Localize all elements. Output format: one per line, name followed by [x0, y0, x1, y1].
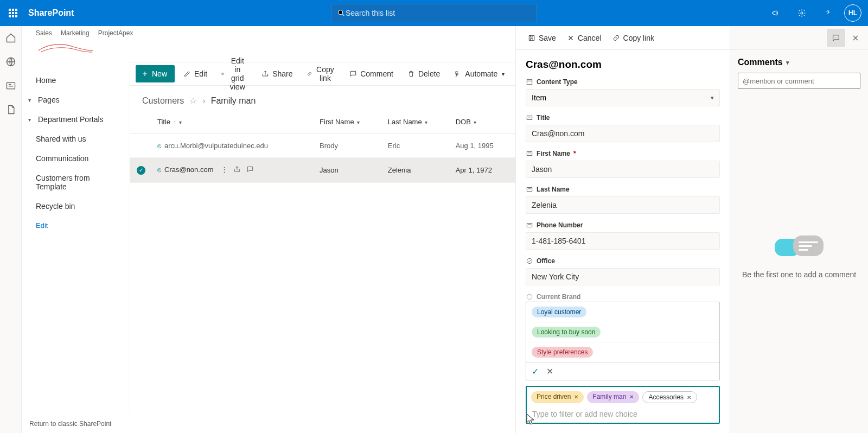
- nav-department-portals[interactable]: ▾Department Portals: [22, 110, 130, 129]
- close-panel-button[interactable]: [846, 29, 865, 47]
- chip-remove-icon[interactable]: ✕: [629, 394, 634, 400]
- grid-edit-button[interactable]: Edit in grid view: [216, 65, 253, 82]
- flow-icon: [454, 70, 462, 78]
- nav-customers-template[interactable]: Customers from Template: [22, 168, 130, 196]
- sort-asc-icon: ↑: [174, 119, 176, 125]
- tag-option[interactable]: Loyal customer: [526, 302, 719, 322]
- svg-rect-7: [527, 79, 532, 84]
- svg-rect-6: [529, 35, 534, 40]
- hub-tab-sales[interactable]: Sales: [36, 29, 52, 37]
- nav-shared[interactable]: Shared with us: [22, 129, 130, 149]
- table-row[interactable]: ⎋arcu.Morbi@vulputateduinec.edu Brody Er…: [130, 134, 515, 158]
- tag-filter-input[interactable]: [531, 407, 714, 421]
- breadcrumb: Customers ☆ › Family man: [130, 86, 515, 110]
- nav-recycle-bin[interactable]: Recycle bin: [22, 196, 130, 216]
- panel-copylink-button[interactable]: Copy link: [608, 29, 659, 47]
- chip-remove-icon[interactable]: ✕: [687, 394, 691, 400]
- nav-pages[interactable]: ▾Pages: [22, 90, 130, 110]
- trash-icon: [407, 70, 415, 78]
- col-dob[interactable]: DOB ▾: [450, 110, 515, 134]
- share-button[interactable]: Share: [256, 65, 298, 82]
- comment-input[interactable]: [738, 73, 860, 89]
- files-icon[interactable]: [5, 104, 16, 115]
- confirm-check-icon[interactable]: ✓: [532, 366, 539, 377]
- delete-button[interactable]: Delete: [402, 65, 445, 82]
- chip-remove-icon[interactable]: ✕: [574, 394, 578, 400]
- row-comment-icon[interactable]: [246, 165, 254, 175]
- chip[interactable]: Price driven✕: [531, 391, 584, 403]
- field-label-contenttype: Content Type: [526, 78, 720, 86]
- pencil-icon: [183, 70, 191, 78]
- hub-tab-projectapex[interactable]: ProjectApex: [98, 29, 133, 37]
- tag-option[interactable]: Looking to buy soon: [526, 322, 719, 342]
- nav-communication[interactable]: Communication: [22, 149, 130, 168]
- row-share-icon[interactable]: [233, 165, 241, 175]
- chevron-down-icon: ▾: [474, 119, 476, 125]
- office-input[interactable]: [526, 268, 720, 285]
- suite-bar: SharePoint HL: [0, 0, 868, 26]
- chevron-down-icon: ▾: [179, 119, 182, 125]
- user-avatar[interactable]: HL: [844, 4, 861, 22]
- svg-rect-11: [527, 224, 532, 227]
- comment-icon: [832, 34, 840, 42]
- svg-rect-9: [527, 152, 532, 156]
- tag-option[interactable]: Style preferences: [526, 342, 719, 362]
- megaphone-button[interactable]: [763, 0, 789, 26]
- row-more-icon[interactable]: ⋮: [221, 165, 228, 175]
- phone-input[interactable]: [526, 232, 720, 250]
- tags-input-box[interactable]: Price driven✕ Family man✕ Accessories✕: [526, 386, 720, 424]
- lastname-input[interactable]: [526, 196, 720, 214]
- item-icon: ⎋: [157, 142, 161, 150]
- title-input[interactable]: [526, 125, 720, 142]
- cell-last: Eric: [382, 134, 450, 158]
- return-classic-link[interactable]: Return to classic SharePoint: [22, 415, 130, 433]
- edit-button[interactable]: Edit: [178, 65, 213, 82]
- chip[interactable]: Family man✕: [587, 391, 639, 403]
- nav-edit-link[interactable]: Edit: [22, 216, 130, 235]
- panel-save-button[interactable]: Save: [524, 29, 560, 47]
- favorite-star-icon[interactable]: ☆: [189, 95, 197, 106]
- svg-point-13: [527, 294, 532, 299]
- firstname-input[interactable]: [526, 161, 720, 178]
- breadcrumb-root[interactable]: Customers: [142, 96, 184, 106]
- panel-cancel-button[interactable]: Cancel: [563, 29, 606, 47]
- megaphone-icon: [771, 9, 780, 17]
- automate-button[interactable]: Automate▾: [449, 65, 510, 82]
- globe-icon[interactable]: [5, 56, 16, 67]
- home-icon[interactable]: [5, 33, 16, 43]
- table-row[interactable]: ⎋Cras@non.com ⋮ Jason: [130, 158, 515, 183]
- chevron-down-icon[interactable]: ▾: [786, 59, 789, 66]
- save-icon: [528, 34, 535, 42]
- field-label-currentbrand: Current Brand: [526, 293, 720, 301]
- checkmark-icon[interactable]: [137, 166, 145, 175]
- speech-bubbles-icon: [775, 235, 824, 263]
- comment-button[interactable]: Comment: [344, 65, 399, 82]
- toggle-comments-button[interactable]: [827, 29, 845, 47]
- app-launcher-button[interactable]: [0, 0, 26, 26]
- search-box[interactable]: [331, 4, 537, 22]
- items-table: Title ↑ ▾ First Name ▾ Last Name ▾ DOB ▾…: [130, 110, 515, 183]
- new-button[interactable]: New: [136, 65, 175, 82]
- chip[interactable]: Accessories✕: [642, 391, 697, 403]
- col-firstname[interactable]: First Name ▾: [314, 110, 382, 134]
- nav-home[interactable]: Home: [22, 71, 130, 90]
- share-icon: [261, 70, 269, 78]
- panel-command-bar: Save Cancel Copy link: [516, 26, 730, 50]
- copylink-button[interactable]: Copy link: [302, 65, 341, 82]
- content-type-select[interactable]: Item▾: [526, 89, 720, 106]
- settings-button[interactable]: [789, 0, 815, 26]
- hub-tab-marketing[interactable]: Marketing: [61, 29, 90, 37]
- field-label-lastname: Last Name: [526, 186, 720, 193]
- suite-search: [331, 4, 537, 22]
- search-input[interactable]: [346, 9, 531, 17]
- svg-point-12: [527, 258, 532, 263]
- close-icon: [851, 34, 860, 42]
- help-button[interactable]: [815, 0, 841, 26]
- col-title[interactable]: Title ↑ ▾: [152, 110, 314, 134]
- cell-first: Brody: [314, 134, 382, 158]
- cell-last: Zelenia: [382, 158, 450, 183]
- col-lastname[interactable]: Last Name ▾: [382, 110, 450, 134]
- news-icon[interactable]: [5, 80, 16, 91]
- confirm-close-icon[interactable]: ✕: [546, 366, 553, 377]
- site-logo[interactable]: [36, 38, 95, 59]
